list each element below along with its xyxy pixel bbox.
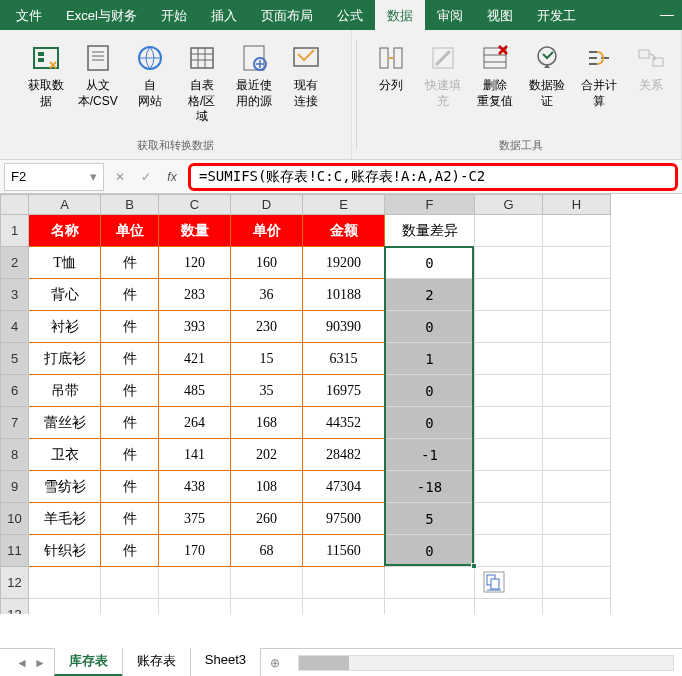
data-cell[interactable]: 264 bbox=[159, 407, 231, 439]
data-cell[interactable]: 421 bbox=[159, 343, 231, 375]
diff-cell[interactable]: -1 bbox=[385, 439, 475, 471]
row-header[interactable]: 3 bbox=[1, 279, 29, 311]
data-cell[interactable]: 卫衣 bbox=[29, 439, 101, 471]
column-header[interactable]: G bbox=[475, 195, 543, 215]
data-cell[interactable]: 120 bbox=[159, 247, 231, 279]
row-header[interactable]: 5 bbox=[1, 343, 29, 375]
accept-formula-icon[interactable]: ✓ bbox=[134, 165, 158, 189]
diff-cell[interactable]: 1 bbox=[385, 343, 475, 375]
data-cell[interactable]: 10188 bbox=[303, 279, 385, 311]
data-cell[interactable]: 蕾丝衫 bbox=[29, 407, 101, 439]
sheet-tab[interactable]: Sheet3 bbox=[190, 648, 261, 676]
empty-cell[interactable] bbox=[543, 567, 611, 599]
table-header-cell[interactable]: 单位 bbox=[101, 215, 159, 247]
row-header[interactable]: 1 bbox=[1, 215, 29, 247]
empty-cell[interactable] bbox=[543, 215, 611, 247]
empty-cell[interactable] bbox=[543, 407, 611, 439]
empty-cell[interactable] bbox=[543, 375, 611, 407]
cancel-formula-icon[interactable]: ✕ bbox=[108, 165, 132, 189]
data-cell[interactable]: 羊毛衫 bbox=[29, 503, 101, 535]
ribbon-tab-7[interactable]: 审阅 bbox=[425, 0, 475, 30]
data-cell[interactable]: 11560 bbox=[303, 535, 385, 567]
empty-cell[interactable] bbox=[543, 471, 611, 503]
empty-cell[interactable] bbox=[303, 599, 385, 615]
table-header-cell[interactable]: 名称 bbox=[29, 215, 101, 247]
data-cell[interactable]: 36 bbox=[231, 279, 303, 311]
sheet-area[interactable]: ABCDEFGH1名称单位数量单价金额数量差异2T恤件1201601920003… bbox=[0, 194, 682, 614]
data-cell[interactable]: 393 bbox=[159, 311, 231, 343]
empty-cell[interactable] bbox=[475, 375, 543, 407]
data-cell[interactable]: 件 bbox=[101, 535, 159, 567]
data-cell[interactable]: 件 bbox=[101, 439, 159, 471]
empty-cell[interactable] bbox=[475, 535, 543, 567]
empty-cell[interactable] bbox=[543, 311, 611, 343]
column-header[interactable]: E bbox=[303, 195, 385, 215]
diff-cell[interactable]: 0 bbox=[385, 311, 475, 343]
data-cell[interactable]: 141 bbox=[159, 439, 231, 471]
row-header[interactable]: 13 bbox=[1, 599, 29, 615]
spreadsheet-grid[interactable]: ABCDEFGH1名称单位数量单价金额数量差异2T恤件1201601920003… bbox=[0, 194, 611, 614]
data-cell[interactable]: 件 bbox=[101, 279, 159, 311]
empty-cell[interactable] bbox=[475, 471, 543, 503]
window-control[interactable]: — bbox=[660, 6, 674, 22]
ribbon-button[interactable]: 最近使用的源 bbox=[229, 40, 279, 111]
ribbon-button[interactable]: 合并计算 bbox=[574, 40, 624, 111]
ribbon-tab-3[interactable]: 插入 bbox=[199, 0, 249, 30]
data-cell[interactable]: 打底衫 bbox=[29, 343, 101, 375]
empty-cell[interactable] bbox=[475, 247, 543, 279]
horizontal-scrollbar[interactable] bbox=[298, 655, 674, 671]
column-header[interactable]: C bbox=[159, 195, 231, 215]
data-cell[interactable]: 件 bbox=[101, 311, 159, 343]
data-cell[interactable]: 202 bbox=[231, 439, 303, 471]
diff-cell[interactable]: 5 bbox=[385, 503, 475, 535]
select-all-cell[interactable] bbox=[1, 195, 29, 215]
empty-cell[interactable] bbox=[475, 311, 543, 343]
paste-options-button[interactable] bbox=[483, 571, 505, 596]
data-cell[interactable]: 108 bbox=[231, 471, 303, 503]
data-cell[interactable]: 160 bbox=[231, 247, 303, 279]
empty-cell[interactable] bbox=[543, 503, 611, 535]
sheet-tab[interactable]: 账存表 bbox=[122, 648, 191, 676]
formula-input[interactable]: =SUMIFS(账存表!C:C,账存表!A:A,A2)-C2 bbox=[188, 163, 678, 191]
data-cell[interactable]: 28482 bbox=[303, 439, 385, 471]
ribbon-button[interactable]: 自网站 bbox=[125, 40, 175, 111]
data-cell[interactable]: 375 bbox=[159, 503, 231, 535]
data-cell[interactable]: 件 bbox=[101, 503, 159, 535]
ribbon-button[interactable]: 获取数据 bbox=[21, 40, 71, 111]
scroll-thumb[interactable] bbox=[299, 656, 349, 670]
data-cell[interactable]: 35 bbox=[231, 375, 303, 407]
data-cell[interactable]: 衬衫 bbox=[29, 311, 101, 343]
data-cell[interactable]: 19200 bbox=[303, 247, 385, 279]
empty-cell[interactable] bbox=[543, 439, 611, 471]
fx-icon[interactable]: fx bbox=[160, 165, 184, 189]
data-cell[interactable]: 6315 bbox=[303, 343, 385, 375]
data-cell[interactable]: 吊带 bbox=[29, 375, 101, 407]
row-header[interactable]: 7 bbox=[1, 407, 29, 439]
ribbon-tab-0[interactable]: 文件 bbox=[4, 0, 54, 30]
table-header-cell[interactable]: 金额 bbox=[303, 215, 385, 247]
data-cell[interactable]: 97500 bbox=[303, 503, 385, 535]
ribbon-tab-2[interactable]: 开始 bbox=[149, 0, 199, 30]
ribbon-button[interactable]: 数据验证 bbox=[522, 40, 572, 111]
empty-cell[interactable] bbox=[543, 343, 611, 375]
empty-cell[interactable] bbox=[543, 279, 611, 311]
data-cell[interactable]: 15 bbox=[231, 343, 303, 375]
empty-cell[interactable] bbox=[475, 439, 543, 471]
diff-cell[interactable]: 0 bbox=[385, 407, 475, 439]
table-header-cell[interactable]: 单价 bbox=[231, 215, 303, 247]
sheet-nav-prev-icon[interactable]: ◄ bbox=[16, 656, 28, 670]
diff-cell[interactable]: 0 bbox=[385, 247, 475, 279]
ribbon-button[interactable]: 现有连接 bbox=[281, 40, 331, 111]
empty-cell[interactable] bbox=[159, 599, 231, 615]
empty-cell[interactable] bbox=[231, 567, 303, 599]
data-cell[interactable]: 件 bbox=[101, 343, 159, 375]
diff-cell[interactable]: 2 bbox=[385, 279, 475, 311]
data-cell[interactable]: 件 bbox=[101, 375, 159, 407]
sheet-nav-next-icon[interactable]: ► bbox=[34, 656, 46, 670]
empty-cell[interactable] bbox=[475, 503, 543, 535]
column-header[interactable]: A bbox=[29, 195, 101, 215]
data-cell[interactable]: 230 bbox=[231, 311, 303, 343]
data-cell[interactable]: 针织衫 bbox=[29, 535, 101, 567]
row-header[interactable]: 6 bbox=[1, 375, 29, 407]
row-header[interactable]: 8 bbox=[1, 439, 29, 471]
